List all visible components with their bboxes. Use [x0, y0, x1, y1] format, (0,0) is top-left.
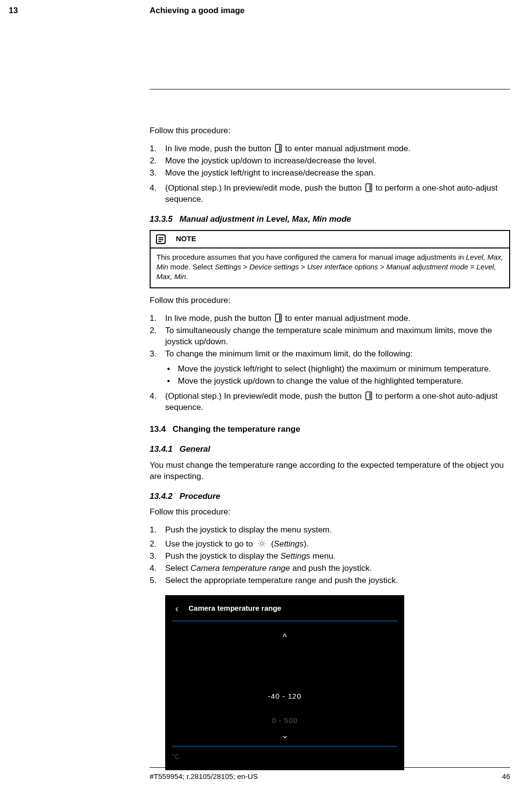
- svg-point-28: [260, 542, 263, 545]
- chevron-up-icon: ^: [165, 631, 404, 643]
- list-item: 1. In live mode, push the button to ente…: [150, 313, 510, 324]
- list-item: 2.Move the joystick up/down to increase/…: [150, 156, 510, 167]
- procedure-list-3: 1.Push the joystick to display the menu …: [150, 525, 510, 586]
- procedure-list-1: 1. In live mode, push the button to ente…: [150, 143, 510, 205]
- list-item: 4. Select Camera temperature range and p…: [150, 563, 510, 574]
- camera-screenshot: ‹ Camera temperature range ^ -40 - 120 0…: [165, 595, 404, 770]
- procedure-list-2: 1. In live mode, push the button to ente…: [150, 313, 510, 413]
- intro-text: Follow this procedure:: [150, 507, 510, 518]
- list-item: Move the joystick left/right to select (…: [165, 364, 510, 375]
- back-icon: ‹: [165, 602, 189, 615]
- subsection-heading: 13.4.2 Procedure: [150, 491, 510, 502]
- unit-label: °C: [172, 752, 180, 761]
- list-item: 2.To simultaneously change the temperatu…: [150, 325, 510, 348]
- scale-button-icon: [365, 391, 372, 400]
- page: 13 Achieving a good image Follow this pr…: [0, 0, 532, 795]
- list-item: 1. In live mode, push the button to ente…: [150, 143, 510, 155]
- chevron-down-icon: ⌄: [165, 729, 404, 741]
- divider: [172, 620, 397, 621]
- subsection-heading: 13.4.1 General: [150, 444, 510, 455]
- screen-title: Camera temperature range: [189, 603, 281, 613]
- svg-rect-0: [275, 144, 281, 152]
- intro-text: Follow this procedure:: [150, 125, 510, 137]
- range-option-selected: -40 - 120: [165, 691, 404, 701]
- svg-rect-22: [366, 392, 372, 400]
- scale-button-icon: [275, 144, 282, 153]
- list-item: 3. Push the joystick to display the Sett…: [150, 551, 510, 562]
- divider: [172, 746, 397, 747]
- list-item: 3.Move the joystick left/right to increa…: [150, 168, 510, 179]
- list-item: 4. (Optional step.) In preview/edit mode…: [150, 391, 510, 413]
- range-option: 0 - 500: [165, 716, 404, 725]
- content: Follow this procedure: 1. In live mode, …: [150, 125, 510, 770]
- gear-icon: [257, 539, 267, 548]
- scale-button-icon: [365, 183, 372, 192]
- intro-text: Follow this procedure:: [150, 295, 510, 306]
- body-text: You must change the temperature range ac…: [150, 460, 510, 482]
- list-item: 4. (Optional step.) In preview/edit mode…: [150, 183, 510, 205]
- note-icon: [155, 234, 166, 245]
- page-number: 46: [502, 772, 510, 780]
- section-heading: 13.4 Changing the temperature range: [150, 424, 510, 435]
- chapter-number: 13: [9, 6, 18, 16]
- list-item: 3.To change the minimum limit or the max…: [150, 349, 510, 387]
- header-rule: [150, 89, 510, 89]
- note-label: NOTE: [176, 234, 196, 244]
- list-item: 2. Use the joystick to go to (Settings).: [150, 539, 510, 550]
- list-item: 5.Select the appropriate temperature ran…: [150, 575, 510, 586]
- note-box: NOTE This procedure assumes that you hav…: [150, 230, 510, 289]
- chapter-title: Achieving a good image: [150, 6, 245, 16]
- subsection-heading: 13.3.5 Manual adjustment in Level, Max, …: [150, 214, 510, 225]
- svg-rect-6: [366, 184, 372, 192]
- scale-button-icon: [275, 314, 282, 322]
- footer-doc-id: #T559954; r.28105/28105; en-US: [150, 772, 258, 780]
- list-item: 1.Push the joystick to display the menu …: [150, 525, 510, 536]
- note-body: This procedure assumes that you have con…: [151, 248, 509, 288]
- svg-rect-16: [275, 314, 281, 322]
- note-header: NOTE: [151, 231, 509, 248]
- list-item: Move the joystick up/down to change the …: [165, 376, 510, 387]
- footer-rule: [150, 767, 510, 768]
- bullet-list: Move the joystick left/right to select (…: [165, 364, 510, 387]
